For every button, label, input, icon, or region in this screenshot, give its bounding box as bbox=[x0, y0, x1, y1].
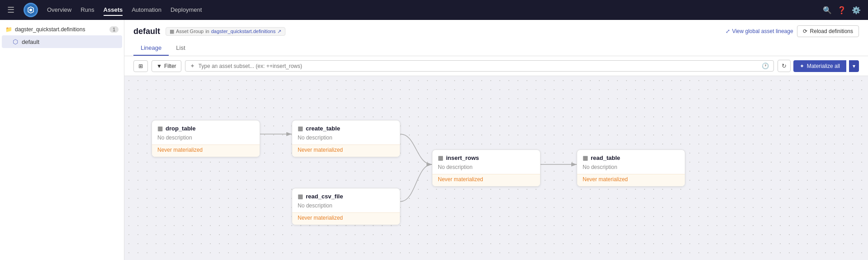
table-icon-insert: ▦ bbox=[438, 154, 443, 161]
reload-icon: ⟳ bbox=[803, 28, 807, 34]
card-header-create-table: ▦ create_table bbox=[292, 120, 400, 135]
tabs: Lineage List bbox=[133, 41, 859, 56]
content-header: default ▦ Asset Group in dagster_quickst… bbox=[124, 20, 868, 56]
materialize-all-button[interactable]: ✦ Materialize all bbox=[793, 60, 846, 72]
sidebar-badge: 1 bbox=[109, 26, 119, 33]
header-top: default ▦ Asset Group in dagster_quickst… bbox=[133, 25, 859, 37]
asset-group-badge: ▦ Asset Group in dagster_quickstart.defi… bbox=[166, 27, 285, 36]
definitions-link[interactable]: dagster_quickstart.definitions bbox=[211, 29, 275, 34]
toolbar: ⊞ ▼ Filter ✦ 🕐 ↻ ✦ Materialize all ▾ bbox=[124, 56, 868, 76]
card-title-read-table: read_table bbox=[591, 154, 620, 161]
table-icon-read: ▦ bbox=[583, 154, 588, 161]
link-icon: ↗ bbox=[277, 29, 281, 34]
folder-icon: 📁 bbox=[5, 26, 12, 33]
table-icon-csv: ▦ bbox=[298, 193, 303, 200]
view-global-lineage-link[interactable]: ⤢ View global asset lineage bbox=[726, 28, 793, 34]
cube-icon: ⬡ bbox=[13, 38, 18, 45]
nav-assets[interactable]: Assets bbox=[104, 5, 123, 16]
menu-icon[interactable]: ☰ bbox=[7, 5, 14, 15]
layout-icon: ⊞ bbox=[138, 63, 143, 69]
lineage-icon: ⤢ bbox=[726, 28, 730, 34]
card-desc-insert-rows: No description bbox=[432, 164, 540, 172]
header-meta: ▦ Asset Group in dagster_quickstart.defi… bbox=[166, 27, 285, 36]
tab-list[interactable]: List bbox=[169, 41, 192, 56]
svg-point-1 bbox=[29, 9, 32, 11]
refresh-button[interactable]: ↻ bbox=[778, 60, 791, 72]
filter-icon: ▼ bbox=[157, 63, 162, 69]
card-status-read-table: Never materialized bbox=[577, 174, 685, 186]
clock-icon: 🕐 bbox=[762, 63, 769, 69]
nav-runs[interactable]: Runs bbox=[81, 5, 94, 16]
toolbar-right: ↻ ✦ Materialize all ▾ bbox=[778, 60, 859, 72]
table-icon-create: ▦ bbox=[298, 125, 303, 132]
main-layout: 📁 dagster_quickstart.definitions 1 ⬡ def… bbox=[0, 20, 868, 260]
topnav: ☰ Overview Runs Assets Automation Deploy… bbox=[0, 0, 868, 20]
card-status-read-csv: Never materialized bbox=[292, 212, 400, 225]
logo bbox=[24, 3, 38, 17]
card-desc-read-csv: No description bbox=[292, 202, 400, 211]
table-icon-drop: ▦ bbox=[157, 125, 163, 132]
search-input[interactable] bbox=[199, 63, 758, 69]
search-icon-input: ✦ bbox=[190, 63, 195, 69]
asset-card-insert-rows[interactable]: ▦ insert_rows No description Never mater… bbox=[432, 149, 541, 187]
card-title-drop-table: drop_table bbox=[166, 125, 195, 132]
filter-button[interactable]: ▼ Filter bbox=[152, 60, 181, 72]
card-status-drop-table: Never materialized bbox=[152, 144, 260, 157]
nav-deployment[interactable]: Deployment bbox=[171, 5, 202, 16]
reload-definitions-button[interactable]: ⟳ Reload definitions bbox=[797, 25, 859, 37]
nav-overview[interactable]: Overview bbox=[47, 5, 71, 16]
asset-card-drop-table[interactable]: ▦ drop_table No description Never materi… bbox=[152, 120, 260, 157]
card-header-read-csv: ▦ read_csv_file bbox=[292, 188, 400, 202]
sidebar-section-definitions[interactable]: 📁 dagster_quickstart.definitions 1 bbox=[0, 24, 124, 35]
plus-icon: ✦ bbox=[800, 63, 804, 69]
card-desc-drop-table: No description bbox=[152, 135, 260, 143]
card-header-insert-rows: ▦ insert_rows bbox=[432, 150, 540, 164]
help-icon[interactable]: ❓ bbox=[837, 6, 846, 14]
layout-button[interactable]: ⊞ bbox=[133, 60, 148, 72]
topnav-actions: 🔍 ❓ ⚙️ bbox=[823, 6, 861, 14]
content-area: default ▦ Asset Group in dagster_quickst… bbox=[124, 20, 868, 260]
card-desc-create-table: No description bbox=[292, 135, 400, 143]
card-desc-read-table: No description bbox=[577, 164, 685, 172]
card-header-drop-table: ▦ drop_table bbox=[152, 120, 260, 135]
search-icon[interactable]: 🔍 bbox=[823, 6, 832, 14]
sidebar-item-label: default bbox=[22, 39, 39, 45]
asset-card-create-table[interactable]: ▦ create_table No description Never mate… bbox=[292, 120, 400, 157]
materialize-dropdown-button[interactable]: ▾ bbox=[849, 60, 859, 72]
asset-card-read-csv-file[interactable]: ▦ read_csv_file No description Never mat… bbox=[292, 188, 400, 225]
sidebar-section-title: dagster_quickstart.definitions bbox=[15, 26, 85, 33]
header-actions: ⤢ View global asset lineage ⟳ Reload def… bbox=[726, 25, 859, 37]
card-status-insert-rows: Never materialized bbox=[432, 174, 540, 186]
card-title-insert-rows: insert_rows bbox=[446, 154, 479, 161]
card-status-create-table: Never materialized bbox=[292, 144, 400, 157]
sidebar: 📁 dagster_quickstart.definitions 1 ⬡ def… bbox=[0, 20, 124, 260]
card-header-read-table: ▦ read_table bbox=[577, 150, 685, 164]
canvas: ▦ drop_table No description Never materi… bbox=[124, 76, 868, 260]
asset-card-read-table[interactable]: ▦ read_table No description Never materi… bbox=[577, 149, 685, 187]
search-bar: ✦ 🕐 bbox=[185, 60, 774, 72]
tab-lineage[interactable]: Lineage bbox=[133, 41, 169, 56]
settings-icon[interactable]: ⚙️ bbox=[852, 6, 861, 14]
nav-links: Overview Runs Assets Automation Deployme… bbox=[47, 5, 814, 16]
card-title-read-csv: read_csv_file bbox=[306, 193, 343, 200]
page-title: default bbox=[133, 27, 160, 36]
nav-automation[interactable]: Automation bbox=[132, 5, 161, 16]
asset-group-icon: ▦ bbox=[170, 29, 174, 34]
card-title-create-table: create_table bbox=[306, 125, 340, 132]
sidebar-item-default[interactable]: ⬡ default bbox=[2, 35, 122, 48]
asset-group-label: Asset Group bbox=[176, 29, 204, 34]
